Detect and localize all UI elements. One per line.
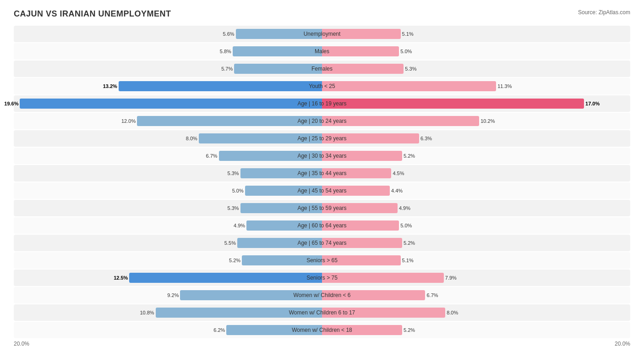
iranian-bar-container: 5.2% bbox=[322, 151, 402, 161]
iranian-bar: 5.1% bbox=[322, 29, 401, 39]
cajun-bar: 13.2% bbox=[119, 81, 322, 91]
cajun-bar: 19.6% bbox=[20, 99, 322, 109]
bar-row: 12.0% Age | 20 to 24 years 10.2% bbox=[14, 113, 630, 129]
iranian-bar-container: 5.3% bbox=[322, 64, 404, 74]
chart-header: CAJUN VS IRANIAN UNEMPLOYMENT Source: Zi… bbox=[14, 9, 630, 19]
iranian-bar-container: 5.2% bbox=[322, 325, 402, 335]
row-inner-6: 8.0% Age | 25 to 29 years 6.3% bbox=[14, 130, 630, 147]
bar-row: 5.5% Age | 65 to 74 years 5.2% bbox=[14, 235, 630, 251]
cajun-value: 5.5% bbox=[224, 240, 236, 246]
cajun-bar-container: 8.0% bbox=[199, 133, 322, 143]
cajun-value: 5.7% bbox=[221, 66, 233, 72]
iranian-value: 17.0% bbox=[585, 101, 600, 106]
axis-left: 20.0% bbox=[14, 341, 29, 347]
row-inner-2: 5.7% Females 5.3% bbox=[14, 61, 630, 77]
row-inner-7: 6.7% Age | 30 to 34 years 5.2% bbox=[14, 148, 630, 164]
cajun-value: 4.9% bbox=[234, 223, 245, 228]
iranian-bar-container: 8.0% bbox=[322, 308, 445, 318]
cajun-bar-container: 12.5% bbox=[129, 273, 322, 283]
cajun-value: 12.0% bbox=[121, 118, 136, 124]
iranian-bar-container: 4.4% bbox=[322, 186, 390, 196]
cajun-bar: 5.7% bbox=[234, 64, 322, 74]
cajun-bar-container: 4.9% bbox=[246, 220, 322, 231]
cajun-bar: 5.5% bbox=[237, 238, 322, 248]
iranian-value: 5.1% bbox=[402, 31, 414, 37]
iranian-bar: 11.3% bbox=[322, 81, 496, 91]
iranian-bar: 4.5% bbox=[322, 168, 391, 178]
row-inner-3: 13.2% Youth < 25 11.3% bbox=[14, 78, 630, 94]
cajun-bar: 5.0% bbox=[245, 186, 322, 196]
cajun-value: 6.2% bbox=[213, 327, 225, 333]
bar-row: 5.8% Males 5.0% bbox=[14, 43, 630, 60]
iranian-bar: 17.0% bbox=[322, 99, 584, 109]
cajun-bar-container: 9.2% bbox=[180, 290, 322, 300]
cajun-bar-container: 5.8% bbox=[233, 46, 322, 56]
row-inner-12: 5.5% Age | 65 to 74 years 5.2% bbox=[14, 235, 630, 251]
axis-labels: 20.0% 20.0% bbox=[14, 341, 630, 347]
cajun-bar-container: 5.3% bbox=[240, 203, 322, 213]
row-inner-17: 6.2% Women w/ Children < 18 5.2% bbox=[14, 322, 630, 338]
row-inner-9: 5.0% Age | 45 to 54 years 4.4% bbox=[14, 182, 630, 199]
iranian-bar: 10.2% bbox=[322, 116, 479, 126]
iranian-bar-container: 5.1% bbox=[322, 29, 401, 39]
cajun-bar: 10.8% bbox=[156, 308, 322, 318]
row-inner-11: 4.9% Age | 60 to 64 years 5.0% bbox=[14, 217, 630, 234]
bar-row: 13.2% Youth < 25 11.3% bbox=[14, 78, 630, 94]
cajun-bar-container: 5.2% bbox=[242, 255, 322, 265]
bar-row: 10.8% Women w/ Children 6 to 17 8.0% bbox=[14, 304, 630, 321]
cajun-bar-container: 12.0% bbox=[137, 116, 322, 126]
bar-row: 5.7% Females 5.3% bbox=[14, 61, 630, 77]
iranian-bar-container: 4.9% bbox=[322, 203, 398, 213]
iranian-value: 5.2% bbox=[404, 153, 415, 159]
cajun-bar-container: 5.6% bbox=[236, 29, 322, 39]
bar-row: 8.0% Age | 25 to 29 years 6.3% bbox=[14, 130, 630, 147]
iranian-bar-container: 5.0% bbox=[322, 46, 399, 56]
iranian-value: 6.7% bbox=[426, 292, 438, 298]
iranian-bar-container: 6.7% bbox=[322, 290, 425, 300]
row-inner-8: 5.3% Age | 35 to 44 years 4.5% bbox=[14, 165, 630, 182]
iranian-bar-container: 6.3% bbox=[322, 133, 419, 143]
iranian-value: 7.9% bbox=[445, 275, 457, 281]
chart-container: CAJUN VS IRANIAN UNEMPLOYMENT Source: Zi… bbox=[0, 0, 644, 347]
iranian-value: 6.3% bbox=[420, 136, 432, 141]
cajun-bar-container: 5.5% bbox=[237, 238, 322, 248]
bar-row: 5.2% Seniors > 65 5.1% bbox=[14, 252, 630, 269]
iranian-bar: 4.4% bbox=[322, 186, 390, 196]
iranian-bar: 4.9% bbox=[322, 203, 398, 213]
chart-area: 5.6% Unemployment 5.1% 5.8% bbox=[14, 26, 630, 338]
iranian-value: 5.0% bbox=[400, 223, 412, 228]
row-inner-0: 5.6% Unemployment 5.1% bbox=[14, 26, 630, 42]
iranian-bar-container: 17.0% bbox=[322, 99, 584, 109]
cajun-value: 6.7% bbox=[206, 153, 217, 159]
cajun-bar: 5.8% bbox=[233, 46, 322, 56]
iranian-bar: 6.7% bbox=[322, 290, 425, 300]
row-inner-4: 19.6% Age | 16 to 19 years 17.0% bbox=[14, 95, 630, 112]
chart-title: CAJUN VS IRANIAN UNEMPLOYMENT bbox=[14, 9, 171, 19]
iranian-value: 5.2% bbox=[404, 327, 415, 333]
iranian-value: 5.3% bbox=[405, 66, 416, 72]
cajun-bar: 5.6% bbox=[236, 29, 322, 39]
iranian-value: 8.0% bbox=[447, 310, 458, 315]
iranian-value: 10.2% bbox=[480, 118, 495, 124]
cajun-bar: 12.5% bbox=[129, 273, 322, 283]
cajun-bar: 6.7% bbox=[219, 151, 322, 161]
bar-row: 5.6% Unemployment 5.1% bbox=[14, 26, 630, 42]
iranian-value: 5.0% bbox=[400, 49, 412, 54]
cajun-value: 5.8% bbox=[220, 49, 231, 54]
cajun-value: 19.6% bbox=[4, 101, 18, 106]
cajun-bar: 4.9% bbox=[246, 220, 322, 231]
iranian-bar-container: 7.9% bbox=[322, 273, 444, 283]
bar-row: 9.2% Women w/ Children < 6 6.7% bbox=[14, 287, 630, 303]
iranian-bar-container: 5.0% bbox=[322, 220, 399, 231]
row-inner-10: 5.3% Age | 55 to 59 years 4.9% bbox=[14, 200, 630, 216]
cajun-value: 9.2% bbox=[167, 292, 179, 298]
cajun-bar-container: 5.7% bbox=[234, 64, 322, 74]
bar-row: 5.3% Age | 55 to 59 years 4.9% bbox=[14, 200, 630, 216]
cajun-value: 8.0% bbox=[186, 136, 197, 141]
row-inner-13: 5.2% Seniors > 65 5.1% bbox=[14, 252, 630, 269]
cajun-value: 5.3% bbox=[228, 205, 239, 211]
iranian-bar: 5.1% bbox=[322, 255, 401, 265]
iranian-bar-container: 10.2% bbox=[322, 116, 479, 126]
iranian-value: 5.1% bbox=[402, 258, 414, 263]
bar-row: 6.7% Age | 30 to 34 years 5.2% bbox=[14, 148, 630, 164]
